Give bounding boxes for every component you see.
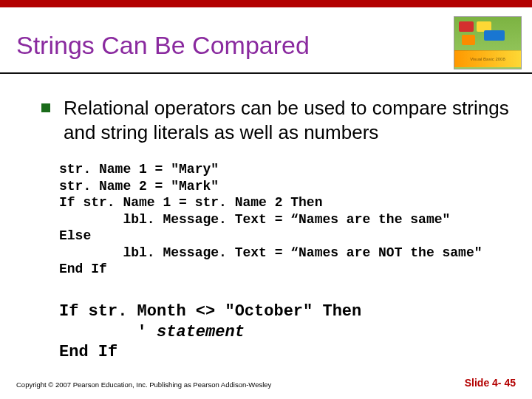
book-cover-thumbnail: Visual Basic 2008 [454, 16, 522, 69]
lego-brick-icon [462, 35, 475, 45]
bullet-row: Relational operators can be used to comp… [41, 96, 511, 144]
code-comment-text: statement [157, 323, 245, 341]
code-line: End If [59, 262, 107, 276]
top-red-bar [0, 0, 532, 7]
bullet-icon [41, 103, 50, 112]
slide-title: Strings Can Be Compared [16, 31, 310, 60]
code-line: Else [59, 228, 91, 243]
code-block-2: If str. Month <> "October" Then ' statem… [59, 301, 517, 363]
code-line: str. Name 2 = "Mark" [59, 179, 219, 194]
code-line: End If [59, 343, 117, 361]
code-line: lbl. Message. Text = “Names are NOT the … [59, 245, 482, 260]
book-label: Visual Basic 2008 [454, 50, 521, 67]
lego-brick-icon [459, 21, 474, 32]
code-line: ' statement [59, 323, 245, 341]
code-line: str. Name 1 = "Mary" [59, 162, 219, 177]
code-line: lbl. Message. Text = “Names are the same… [59, 212, 450, 227]
code-comment-prefix: ' [59, 323, 157, 341]
lego-brick-icon [484, 30, 505, 41]
code-block-1: str. Name 1 = "Mary" str. Name 2 = "Mark… [59, 161, 517, 278]
copyright-text: Copyright © 2007 Pearson Education, Inc.… [16, 381, 271, 389]
slide-number: Slide 4- 45 [465, 377, 516, 389]
bullet-text: Relational operators can be used to comp… [64, 96, 511, 144]
code-line: If str. Month <> "October" Then [59, 302, 361, 321]
header-divider [0, 72, 532, 74]
code-line: If str. Name 1 = str. Name 2 Then [59, 195, 322, 210]
